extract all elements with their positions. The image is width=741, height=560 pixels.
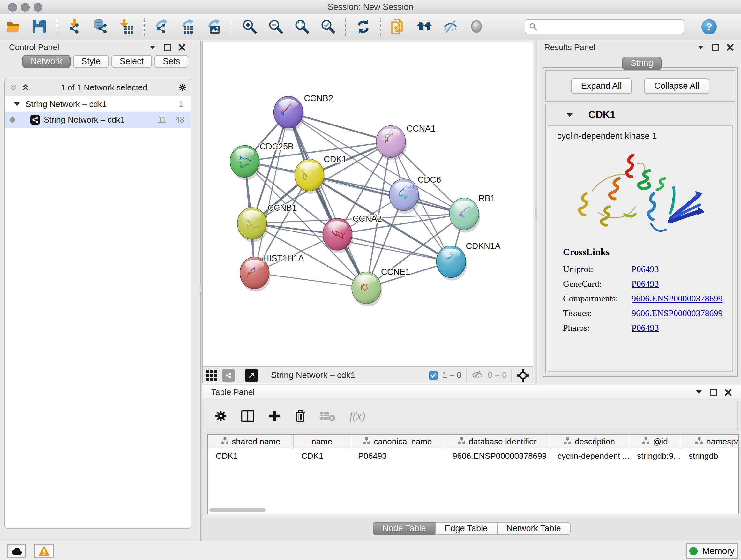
zoom-out-icon[interactable] [267, 18, 285, 36]
toolbar-separator [232, 18, 232, 36]
tab-node-table[interactable]: Node Table [373, 522, 435, 535]
create-column-icon[interactable] [268, 410, 280, 422]
close-table-icon[interactable] [724, 388, 732, 396]
table-settings-icon[interactable] [215, 410, 227, 422]
protein-collapse-icon[interactable] [567, 113, 572, 117]
string-home-icon[interactable] [415, 18, 433, 36]
memory-status-dot-icon [689, 547, 697, 555]
help-icon[interactable]: ? [701, 19, 717, 35]
search-input[interactable] [540, 20, 680, 33]
edge-CCNB2-HIST1H1A[interactable] [255, 112, 288, 273]
cloud-status-button[interactable] [7, 544, 26, 558]
table-cell[interactable]: stringdb:9... [629, 449, 681, 462]
hidden-items-eye-icon[interactable] [471, 369, 483, 381]
birds-eye-view-icon[interactable] [516, 369, 530, 382]
zoom-in-icon[interactable] [241, 18, 259, 36]
crosslink-link[interactable]: 9606.ENSP00000378699 [631, 308, 723, 318]
memory-button[interactable]: Memory [686, 543, 738, 559]
network-canvas[interactable]: CCNB2CCNA1CDC25BCDK1CDC6RB1CCNB1CCNA2CDK… [202, 42, 533, 367]
undock-panel-icon[interactable] [163, 44, 171, 51]
edge-CCNA2-CDKN1A[interactable] [337, 234, 451, 262]
float-panel-icon[interactable] [149, 44, 156, 51]
column-header-namespace[interactable]: namespace [681, 435, 739, 449]
expand-all-button[interactable]: Expand All [571, 78, 632, 94]
network-view-title: String Network – cdk1 [263, 370, 424, 380]
node-CDC25B[interactable] [230, 145, 261, 180]
open-session-icon[interactable] [4, 18, 22, 36]
crosslink-row: Compartments: 9606.ENSP00000378699 [563, 291, 732, 306]
export-image-icon[interactable] [205, 18, 223, 36]
crosslink-link[interactable]: P06493 [631, 264, 659, 274]
collection-expand-icon[interactable] [14, 103, 20, 106]
expand-all-networks-icon[interactable] [22, 84, 29, 91]
refresh-view-icon[interactable] [354, 18, 372, 36]
table-cell[interactable]: stringdb [681, 449, 739, 462]
close-results-icon[interactable] [726, 44, 734, 51]
gray-eye-icon[interactable] [468, 18, 486, 36]
undock-results-icon[interactable] [712, 44, 719, 51]
network-collection-row[interactable]: String Network – cdk1 1 [5, 97, 191, 112]
import-table-file-icon[interactable] [118, 18, 136, 36]
float-results-icon[interactable] [697, 44, 704, 51]
delete-column-icon[interactable] [294, 409, 306, 423]
network-row[interactable]: String Network – cdk1 11 48 [5, 112, 191, 128]
tab-network[interactable]: Network [22, 55, 71, 68]
table-horizontal-scrollbar[interactable] [209, 508, 266, 512]
crosslink-link[interactable]: 9606.ENSP00000378699 [631, 294, 723, 304]
tab-string[interactable]: String [622, 57, 662, 70]
tab-sets[interactable]: Sets [154, 55, 188, 68]
table-cell[interactable]: CDK1 [293, 449, 350, 462]
column-header-database-identifier[interactable]: database identifier [445, 435, 550, 449]
grid-view-icon[interactable] [206, 370, 217, 381]
split-panel-icon[interactable] [241, 410, 254, 422]
table-cell[interactable]: P06493 [350, 449, 445, 462]
edge-HIST1H1A-CCNE1[interactable] [255, 273, 366, 288]
node-CDKN1A[interactable] [436, 246, 467, 281]
table-panel-title: Table Panel [211, 387, 255, 397]
crosslink-link[interactable]: P06493 [631, 279, 659, 289]
node-CCNB2[interactable] [274, 97, 305, 131]
node-CDK1[interactable] [294, 159, 325, 194]
network-selection-status: 1 of 1 Network selected [34, 83, 174, 92]
open-in-new-window-icon[interactable] [245, 369, 258, 382]
collapse-all-button[interactable]: Collapse All [644, 78, 710, 94]
tab-select[interactable]: Select [111, 55, 152, 68]
import-network-file-icon[interactable] [66, 18, 84, 36]
search-field[interactable] [525, 19, 684, 34]
node-CCNE1[interactable] [352, 272, 382, 307]
export-table-icon[interactable] [179, 18, 197, 36]
node-CDC6[interactable] [389, 179, 420, 213]
zoom-selected-icon[interactable] [319, 18, 337, 36]
column-header--id[interactable]: @id [629, 435, 681, 449]
table-cell[interactable]: 9606.ENSP00000378699 [445, 449, 550, 462]
table-cell[interactable]: cyclin-dependent ... [550, 449, 629, 462]
column-header-shared-name[interactable]: shared name [208, 435, 293, 449]
node-label-CDC6: CDC6 [418, 175, 441, 185]
collapse-all-networks-icon[interactable] [10, 84, 17, 91]
tab-style[interactable]: Style [73, 55, 109, 68]
save-session-icon[interactable] [30, 18, 49, 36]
close-panel-icon[interactable] [178, 44, 186, 51]
import-network-database-icon[interactable] [92, 18, 110, 36]
crosslink-link[interactable]: P06493 [631, 323, 659, 333]
tab-edge-table[interactable]: Edge Table [435, 522, 497, 535]
tab-network-table[interactable]: Network Table [497, 522, 570, 535]
share-document-icon[interactable] [389, 18, 407, 36]
column-header-canonical-name[interactable]: canonical name [350, 435, 445, 449]
node-RB1[interactable] [449, 198, 480, 233]
zoom-fit-icon[interactable] [293, 18, 311, 36]
selected-items-checkbox-icon[interactable] [429, 371, 438, 380]
undock-table-icon[interactable] [710, 388, 718, 396]
export-network-icon[interactable] [153, 18, 171, 36]
table-row[interactable]: CDK1CDK1P064939606.ENSP00000378699cyclin… [208, 449, 738, 462]
node-label-CCNB2: CCNB2 [304, 94, 333, 103]
node-CCNA1[interactable] [376, 125, 407, 160]
network-options-gear-icon[interactable] [179, 84, 186, 91]
column-header-name[interactable]: name [293, 435, 350, 449]
hide-eye-icon[interactable] [442, 18, 460, 36]
table-cell[interactable]: CDK1 [208, 449, 293, 462]
warnings-button[interactable] [35, 544, 54, 558]
float-table-icon[interactable] [695, 388, 703, 396]
network-share-view-icon[interactable] [222, 369, 235, 382]
column-header-description[interactable]: description [550, 435, 629, 449]
